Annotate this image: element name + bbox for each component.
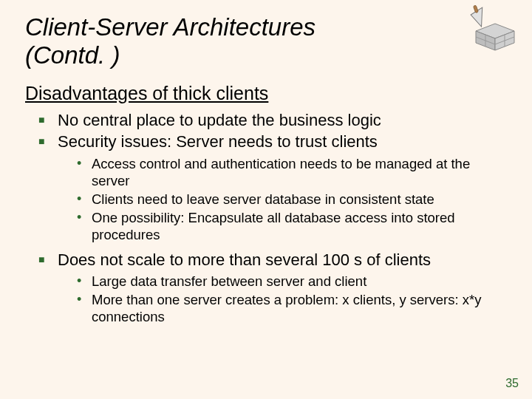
list-item: More than one server creates a problem: …: [92, 291, 507, 325]
list-item: Large data transfer between server and c…: [92, 273, 507, 290]
list-item: Clients need to leave server database in…: [92, 191, 507, 208]
slide-title: Client-Server Architectures (Contd. ): [25, 13, 507, 69]
bullet-list-level2: Access control and authentication needs …: [58, 155, 507, 244]
title-line2: (Contd. ): [25, 41, 120, 69]
svg-rect-8: [473, 5, 478, 13]
list-item: Security issues: Server needs to trust c…: [58, 132, 507, 243]
brick-trowel-icon: [461, 4, 522, 52]
section-heading: Disadvantages of thick clients: [25, 83, 507, 104]
list-item: Access control and authentication needs …: [92, 155, 507, 189]
bullet-list-level1: No central place to update the business …: [25, 110, 507, 326]
page-number: 35: [505, 377, 519, 390]
bullet-text: Security issues: Server needs to trust c…: [58, 132, 378, 151]
list-item: Does not scale to more than several 100 …: [58, 250, 507, 326]
title-line1: Client-Server Architectures: [25, 13, 316, 41]
svg-marker-7: [470, 7, 488, 29]
bullet-text: Does not scale to more than several 100 …: [58, 250, 431, 269]
slide: Client-Server Architectures (Contd. ) Di…: [0, 0, 532, 325]
list-item: No central place to update the business …: [58, 110, 507, 131]
list-item: One possibility: Encapsulate all databas…: [92, 209, 507, 243]
bullet-list-level2: Large data transfer between server and c…: [58, 273, 507, 325]
